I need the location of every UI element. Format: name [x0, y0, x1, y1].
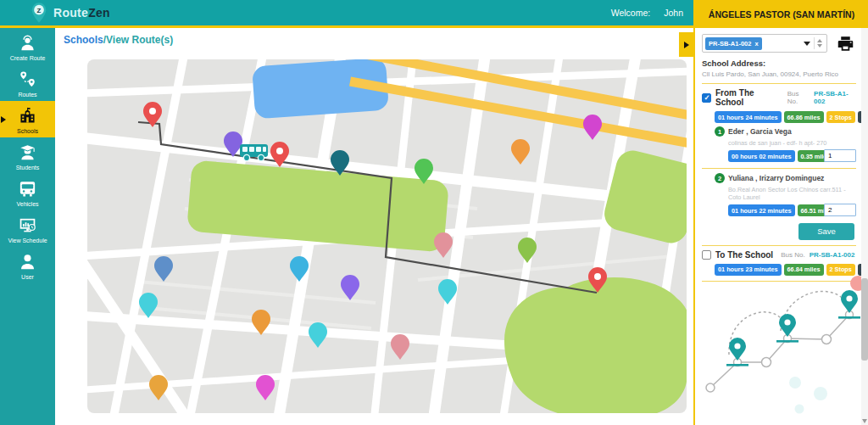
sidebar-item-routes[interactable]: Routes	[0, 64, 55, 101]
to-school-checkbox[interactable]	[702, 250, 711, 260]
student-badges: 00 hours 02 minutes 0.35 miles	[728, 149, 856, 163]
school-address: Cll Luis Pardo, San Juan, 00924, Puerto …	[702, 70, 856, 78]
panel-scrollbar[interactable]	[861, 28, 868, 425]
app-logo: Z RouteZen	[31, 2, 110, 24]
sidebar-item-label: User	[21, 274, 34, 280]
from-school-header: From The School Bus No. PR-SB-A1-002	[702, 88, 856, 107]
illustration-pins	[726, 290, 860, 366]
panel-collapse-tab[interactable]	[679, 32, 693, 57]
student-index-badge: 1	[715, 126, 725, 137]
bus-no-label: Bus No.	[781, 251, 804, 259]
user-icon	[18, 252, 37, 271]
school-route-panel: ÁNGELES PASTOR (SAN MARTÍN) PR-SB-A1-002…	[693, 0, 868, 425]
breadcrumb-section-link[interactable]: Schools	[64, 34, 103, 46]
svg-text:Z: Z	[37, 7, 42, 14]
sidebar-item-create-route[interactable]: Create Route	[0, 28, 55, 64]
sidebar-nav: Create Route Routes Schools Students Veh…	[0, 28, 55, 425]
logo-pin-icon: Z	[31, 2, 47, 24]
to-school-title: To The School	[715, 250, 773, 260]
school-address-label: School Address:	[702, 59, 856, 68]
save-row: Save	[702, 222, 854, 240]
sidebar-item-label: Vehicles	[16, 201, 38, 207]
distance-badge: 66.84 miles	[784, 264, 824, 276]
selected-route-label: PR-SB-A1-002	[709, 40, 751, 48]
selected-route-tag: PR-SB-A1-002 x	[705, 37, 762, 50]
sidebar-item-vehicles[interactable]: Vehicles	[0, 174, 55, 210]
student-name: Yuliana , Irizarry Dominguez	[728, 174, 824, 182]
sidebar-item-label: Students	[16, 165, 40, 171]
from-school-badges: 01 hours 24 minutes 66.86 miles 2 Stops …	[715, 111, 856, 123]
from-school-checkbox[interactable]	[702, 93, 711, 103]
bus-no-value: PR-SB-A1-002	[810, 251, 855, 259]
header-accent-line	[0, 25, 693, 28]
stops-badge: 2 Stops	[826, 111, 855, 123]
collapse-arrow-icon	[684, 42, 689, 48]
route-steps-illustration	[702, 275, 865, 423]
school-name-header: ÁNGELES PASTOR (SAN MARTÍN)	[695, 0, 868, 28]
map-canvas	[87, 59, 687, 413]
spinner-down-icon[interactable]	[817, 44, 822, 48]
sidebar-item-label: Routes	[18, 92, 36, 98]
remove-route-tag-button[interactable]: x	[754, 40, 758, 48]
students-icon	[18, 143, 37, 162]
bus-no-label: Bus No.	[787, 90, 810, 105]
duration-badge: 01 hours 22 minutes	[728, 204, 795, 216]
select-spinner[interactable]	[814, 37, 825, 49]
brand-name: RouteZen	[53, 6, 110, 20]
sidebar-item-label: Schools	[17, 128, 38, 134]
routes-icon	[18, 70, 37, 89]
save-button[interactable]: Save	[798, 223, 854, 240]
brand-part1: Route	[53, 6, 88, 20]
breadcrumb-page: /View Route(s)	[103, 34, 173, 46]
student-head: 1 Eder , Garcia Vega	[715, 126, 856, 137]
to-school-badges: 01 hours 23 minutes 66.84 miles 2 Stops …	[715, 264, 856, 276]
welcome-area: Welcome: John	[611, 0, 683, 25]
view-schedule-icon	[18, 215, 37, 235]
sidebar-item-schools[interactable]: Schools	[0, 101, 55, 137]
student-row: 2 Yuliana , Irizarry Dominguez Bo.Real A…	[715, 173, 856, 217]
divider	[702, 245, 856, 246]
print-icon[interactable]	[836, 35, 855, 53]
route-select-row: PR-SB-A1-002 x	[702, 34, 856, 53]
user-menu-link[interactable]: John	[664, 8, 683, 18]
panel-body: PR-SB-A1-002 x School Address: Cll Luis …	[695, 28, 868, 425]
student-address: colinas de san juan - edf- h apt- 270	[728, 139, 856, 147]
duration-badge: 01 hours 24 minutes	[715, 111, 782, 123]
stop-order-input[interactable]	[824, 204, 856, 216]
student-badges: 01 hours 22 minutes 66.51 miles	[728, 204, 856, 217]
map-park-blob	[504, 277, 687, 413]
student-name: Eder , Garcia Vega	[728, 127, 792, 136]
from-school-title: From The School	[715, 88, 780, 107]
distance-badge: 66.86 miles	[784, 111, 824, 123]
scrollbar-thumb[interactable]	[861, 278, 868, 361]
create-route-icon	[18, 33, 37, 53]
scrollbar-down-arrow-icon[interactable]	[862, 419, 867, 423]
divider	[702, 83, 856, 84]
vehicles-icon	[18, 179, 37, 199]
sidebar-item-students[interactable]: Students	[0, 137, 55, 174]
stop-order-input[interactable]	[824, 149, 856, 162]
sidebar-item-label: Create Route	[10, 55, 46, 61]
route-map[interactable]	[87, 59, 687, 413]
student-head: 2 Yuliana , Irizarry Dominguez	[715, 173, 856, 183]
sidebar-item-label: View Schedule	[8, 238, 47, 243]
chevron-down-icon[interactable]	[804, 42, 810, 46]
bus-no-value: PR-SB-A1-002	[814, 90, 856, 105]
schools-icon	[18, 106, 37, 126]
student-row: 1 Eder , Garcia Vega colinas de san juan…	[715, 126, 856, 163]
divider	[702, 168, 856, 169]
duration-badge: 00 hours 02 minutes	[728, 150, 795, 162]
active-item-arrow-icon	[1, 116, 6, 123]
top-bar: Z RouteZen Welcome: John	[0, 0, 693, 25]
duration-badge: 01 hours 23 minutes	[715, 264, 782, 276]
sidebar-item-user[interactable]: User	[0, 247, 55, 283]
sidebar-item-view-schedule[interactable]: View Schedule	[0, 210, 55, 247]
route-filter-select[interactable]: PR-SB-A1-002 x	[702, 34, 827, 53]
spinner-up-icon[interactable]	[817, 39, 822, 42]
welcome-label: Welcome:	[611, 8, 651, 18]
brand-part2: Zen	[88, 6, 110, 20]
to-school-header: To The School Bus No. PR-SB-A1-002	[702, 250, 856, 260]
student-index-badge: 2	[715, 173, 725, 183]
breadcrumb: Schools/View Route(s)	[64, 34, 173, 46]
stops-badge: 2 Stops	[826, 264, 855, 276]
